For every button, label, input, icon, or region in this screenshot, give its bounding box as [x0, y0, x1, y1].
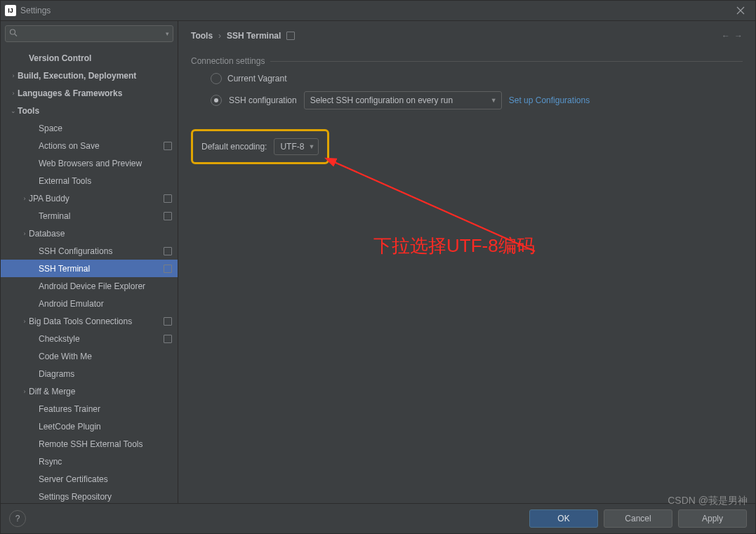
tree-item-label: External Tools — [39, 176, 172, 186]
tree-item-label: Features Trainer — [39, 404, 172, 414]
tree-item-checkstyle[interactable]: Checkstyle — [1, 330, 178, 347]
tree-item-actions-on-save[interactable]: Actions on Save — [1, 137, 178, 154]
titlebar: IJ Settings — [1, 1, 755, 21]
default-encoding-value: UTF-8 — [280, 142, 304, 152]
apply-button[interactable]: Apply — [678, 509, 747, 528]
tree-item-features-trainer[interactable]: Features Trainer — [1, 400, 178, 418]
scope-badge-icon — [286, 32, 295, 40]
footer: ? OK Cancel Apply — [1, 503, 755, 533]
default-encoding-select[interactable]: UTF-8 ▼ — [274, 138, 319, 155]
tree-item-diff-merge[interactable]: ›Diff & Merge — [1, 382, 178, 400]
tree-item-rsync[interactable]: Rsync — [1, 453, 178, 470]
tree-item-ssh-terminal[interactable]: SSH Terminal — [1, 260, 178, 277]
breadcrumb-sep-icon: › — [218, 31, 221, 41]
scope-badge-icon — [164, 194, 172, 203]
cancel-button[interactable]: Cancel — [604, 509, 672, 528]
tree-item-label: Big Data Tools Connections — [29, 316, 161, 326]
close-icon[interactable] — [730, 1, 751, 20]
tree-item-label: Settings Repository — [39, 492, 172, 502]
nav-forward-icon[interactable]: → — [734, 31, 743, 41]
settings-tree[interactable]: Version Control›Build, Execution, Deploy… — [1, 46, 178, 503]
annotation-text: 下拉选择UTF-8编码 — [373, 234, 535, 258]
nav-back-icon[interactable]: ← — [722, 31, 730, 41]
window-title: Settings — [20, 6, 51, 15]
setup-configurations-link[interactable]: Set up Configurations — [509, 95, 590, 105]
tree-item-code-with-me[interactable]: Code With Me — [1, 347, 178, 365]
scope-badge-icon — [164, 142, 172, 150]
scope-badge-icon — [164, 247, 172, 255]
section-title: Connection settings — [191, 56, 743, 66]
tree-item-label: JPA Buddy — [29, 194, 161, 203]
tree-item-label: Languages & Frameworks — [18, 88, 172, 98]
breadcrumb-root: Tools — [191, 31, 213, 41]
chevron-down-icon: ▼ — [491, 97, 497, 104]
tree-item-languages-frameworks[interactable]: ›Languages & Frameworks — [1, 84, 178, 102]
tree-item-ssh-configurations[interactable]: SSH Configurations — [1, 242, 178, 260]
sidebar: ▾ Version Control›Build, Execution, Depl… — [1, 21, 178, 503]
tree-arrow-icon: › — [9, 90, 18, 97]
tree-item-server-certificates[interactable]: Server Certificates — [1, 470, 178, 488]
tree-item-label: Checkstyle — [39, 334, 161, 344]
tree-item-android-device-file-explorer[interactable]: Android Device File Explorer — [1, 277, 178, 295]
radio-current-vagrant[interactable] — [211, 73, 222, 84]
tree-item-label: Android Device File Explorer — [39, 281, 172, 291]
tree-item-terminal[interactable]: Terminal — [1, 207, 178, 225]
ssh-configuration-value: Select SSH configuration on every run — [310, 95, 453, 105]
tree-item-label: LeetCode Plugin — [39, 422, 172, 432]
tree-item-label: Code With Me — [39, 352, 172, 361]
tree-item-label: Diagrams — [39, 369, 172, 379]
tree-item-external-tools[interactable]: External Tools — [1, 172, 178, 189]
tree-item-web-browsers-and-preview[interactable]: Web Browsers and Preview — [1, 154, 178, 172]
tree-item-tools[interactable]: ⌄Tools — [1, 102, 178, 119]
settings-window: IJ Settings ▾ Version Control›Build, Exe… — [0, 0, 756, 534]
tree-item-label: Server Certificates — [39, 474, 172, 484]
breadcrumb-leaf: SSH Terminal — [227, 31, 281, 41]
radio-current-vagrant-label: Current Vagrant — [227, 74, 287, 84]
scope-badge-icon — [164, 212, 172, 220]
tree-item-leetcode-plugin[interactable]: LeetCode Plugin — [1, 418, 178, 435]
tree-item-label: SSH Configurations — [39, 246, 161, 256]
tree-item-space[interactable]: Space — [1, 119, 178, 137]
tree-item-label: Remote SSH External Tools — [39, 439, 172, 449]
tree-item-label: Build, Execution, Deployment — [18, 71, 172, 81]
tree-item-label: Tools — [18, 106, 172, 116]
ok-button[interactable]: OK — [529, 509, 598, 528]
radio-ssh-configuration[interactable] — [211, 95, 222, 106]
ssh-configuration-select[interactable]: Select SSH configuration on every run ▼ — [304, 91, 502, 109]
tree-item-version-control[interactable]: Version Control — [1, 49, 178, 67]
tree-item-diagrams[interactable]: Diagrams — [1, 365, 178, 382]
tree-arrow-icon: › — [20, 388, 29, 395]
default-encoding-label: Default encoding: — [201, 142, 267, 152]
app-icon: IJ — [5, 5, 16, 16]
help-button[interactable]: ? — [9, 510, 26, 527]
tree-item-database[interactable]: ›Database — [1, 225, 178, 242]
scope-badge-icon — [164, 335, 172, 343]
tree-item-label: Version Control — [29, 53, 172, 63]
default-encoding-highlight: Default encoding: UTF-8 ▼ — [191, 129, 329, 164]
tree-arrow-icon: › — [20, 195, 29, 202]
tree-item-label: Diff & Merge — [29, 387, 172, 396]
search-history-icon[interactable]: ▾ — [166, 30, 169, 37]
tree-item-label: Rsync — [39, 457, 172, 467]
scope-badge-icon — [164, 317, 172, 326]
main-panel: Tools › SSH Terminal ← → Connection sett… — [178, 21, 755, 503]
radio-ssh-configuration-label: SSH configuration — [229, 95, 297, 105]
search-input[interactable] — [5, 25, 173, 42]
search-icon — [9, 29, 18, 39]
tree-arrow-icon: › — [9, 72, 18, 79]
tree-item-big-data-tools-connections[interactable]: ›Big Data Tools Connections — [1, 312, 178, 330]
tree-item-label: Space — [39, 124, 172, 133]
tree-item-jpa-buddy[interactable]: ›JPA Buddy — [1, 189, 178, 207]
tree-item-label: Android Emulator — [39, 299, 172, 309]
tree-item-android-emulator[interactable]: Android Emulator — [1, 295, 178, 312]
tree-item-build-execution-deployment[interactable]: ›Build, Execution, Deployment — [1, 67, 178, 84]
svg-point-0 — [11, 29, 15, 34]
tree-item-label: Database — [29, 229, 172, 239]
watermark: CSDN @莪是男神 — [668, 495, 748, 507]
tree-item-label: SSH Terminal — [39, 264, 161, 274]
tree-item-settings-repository[interactable]: Settings Repository — [1, 488, 178, 503]
tree-item-label: Web Browsers and Preview — [39, 159, 172, 168]
scope-badge-icon — [164, 265, 172, 273]
tree-item-remote-ssh-external-tools[interactable]: Remote SSH External Tools — [1, 435, 178, 453]
tree-arrow-icon: › — [20, 230, 29, 237]
